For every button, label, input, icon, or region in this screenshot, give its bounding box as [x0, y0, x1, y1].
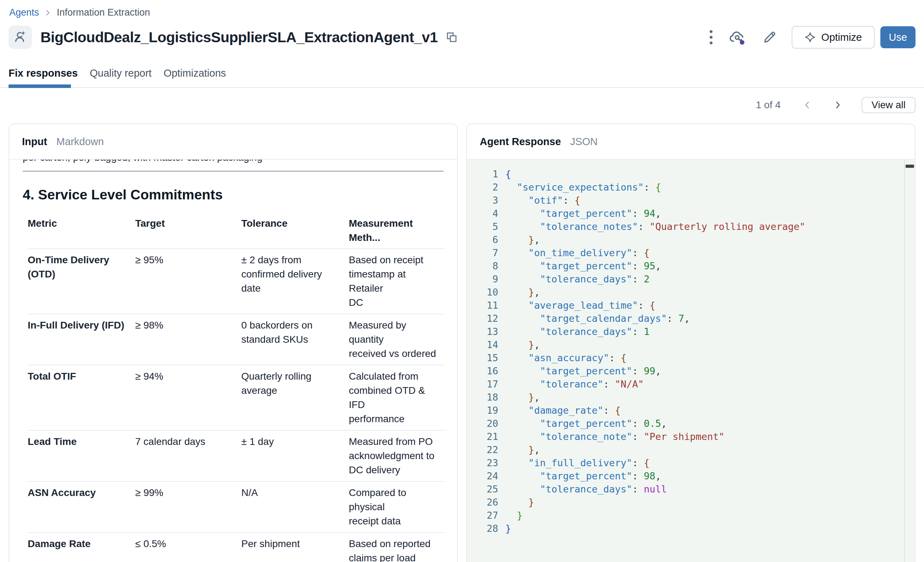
title-row: BigCloudDealz_LogisticsSupplierSLA_Extra… — [9, 25, 458, 49]
code-line: 26 } — [467, 496, 915, 509]
token-b1: { — [505, 169, 511, 180]
target-cell: ≤ 0.5% — [135, 537, 241, 562]
tab-quality-report[interactable]: Quality report — [90, 67, 152, 79]
code-text: "service_expectations": { — [505, 181, 661, 194]
line-number: 22 — [467, 443, 498, 456]
code-line: 18 }, — [467, 391, 915, 404]
token-str: "Per shipment" — [638, 431, 724, 442]
code-line: 4 "target_percent": 94, — [467, 207, 915, 220]
line-number: 25 — [467, 483, 498, 496]
token-num: 99 — [638, 366, 656, 376]
line-number: 21 — [467, 430, 498, 443]
token-punc: : — [632, 274, 638, 285]
code-text: }, — [505, 338, 540, 351]
method-cell: Measured by quantityreceived vs ordered — [349, 318, 445, 361]
line-number: 15 — [467, 351, 498, 364]
sla-table-header-row: MetricTargetToleranceMeasurement Meth... — [28, 214, 445, 249]
previous-page-button[interactable] — [803, 100, 811, 110]
code-scrollbar-thumb[interactable] — [906, 165, 914, 168]
token-punc: : — [667, 313, 672, 324]
use-button[interactable]: Use — [880, 26, 915, 48]
token-b3: { — [609, 405, 621, 416]
token-punc: , — [534, 287, 540, 298]
use-label: Use — [889, 31, 908, 43]
target-cell: 7 calendar days — [135, 435, 241, 477]
edit-button[interactable] — [762, 30, 777, 44]
input-panel-header: Input Markdown — [9, 124, 457, 160]
sparkle-icon — [804, 31, 816, 43]
token-b3: } — [505, 444, 534, 455]
pagination-bar: 1 of 4 View all — [756, 97, 915, 113]
token-key: "tolerance_days" — [505, 484, 632, 495]
code-line: 12 "target_calendar_days": 7, — [467, 312, 915, 325]
code-line: 24 "target_percent": 98, — [467, 469, 915, 483]
agent-person-sparkle-icon — [13, 30, 27, 44]
line-number: 17 — [467, 378, 498, 391]
token-key: "target_percent" — [505, 366, 632, 376]
input-document[interactable]: per carton, poly-bagged, with master car… — [9, 160, 457, 562]
next-page-button[interactable] — [834, 100, 842, 110]
code-line: 20 "target_percent": 0.5, — [467, 417, 915, 430]
tolerance-cell: N/A — [241, 486, 349, 528]
chevron-right-icon — [834, 100, 842, 110]
token-key: "target_calendar_days" — [505, 313, 667, 324]
code-scrollbar-track[interactable] — [904, 160, 915, 562]
code-text: }, — [505, 286, 540, 299]
tolerance-cell: ± 2 days fromconfirmed deliverydate — [241, 253, 349, 310]
token-punc: : — [638, 300, 644, 311]
breadcrumb-current: Information Extraction — [57, 7, 150, 18]
line-number: 3 — [467, 194, 498, 207]
code-text: "asn_accuracy": { — [505, 351, 626, 364]
metric-cell: Damage Rate — [28, 537, 135, 562]
line-number: 6 — [467, 233, 498, 246]
cloud-key-button[interactable] — [729, 30, 746, 45]
code-line: 25 "tolerance_days": null — [467, 483, 915, 496]
section-4-heading: 4. Service Level Commitments — [23, 187, 444, 203]
code-line: 6 }, — [467, 233, 915, 246]
token-punc: : — [644, 182, 650, 193]
line-number: 28 — [467, 522, 498, 535]
token-punc: : — [632, 247, 638, 258]
input-panel: Input Markdown per carton, poly-bagged, … — [9, 123, 458, 562]
code-text: }, — [505, 233, 540, 246]
metric-cell: In-Full Delivery (IFD) — [28, 318, 135, 361]
code-line: 22 }, — [467, 443, 915, 456]
table-row: Lead Time7 calendar days± 1 dayMeasured … — [28, 431, 445, 482]
json-code-viewer[interactable]: 1{2 "service_expectations": {3 "otif": {… — [467, 160, 915, 562]
line-number: 27 — [467, 509, 498, 522]
copy-icon — [446, 31, 458, 43]
token-b3: } — [505, 392, 534, 403]
chevron-left-icon — [803, 100, 811, 110]
token-punc: : — [632, 366, 638, 376]
agent-response-panel: Agent Response JSON 1{2 "service_expecta… — [466, 123, 915, 562]
copy-title-button[interactable] — [446, 31, 458, 43]
agent-response-panel-header: Agent Response JSON — [467, 124, 915, 160]
breadcrumb-agents-link[interactable]: Agents — [9, 7, 39, 18]
target-cell: ≥ 99% — [135, 486, 241, 528]
code-line: 15 "asn_accuracy": { — [467, 351, 915, 364]
code-line: 27 } — [467, 509, 915, 522]
token-key: "target_percent" — [505, 418, 632, 429]
method-cell: Based on receipttimestamp at RetailerDC — [349, 253, 445, 310]
line-number: 19 — [467, 404, 498, 417]
column-header: Target — [135, 216, 241, 245]
view-all-button[interactable]: View all — [861, 97, 915, 113]
tab-fix-responses[interactable]: Fix responses — [9, 67, 78, 79]
markdown-horizontal-rule — [23, 171, 444, 172]
overflow-menu-button[interactable] — [710, 30, 713, 45]
code-line: 16 "target_percent": 99, — [467, 364, 915, 378]
tab-optimizations[interactable]: Optimizations — [164, 67, 226, 79]
token-b3: } — [505, 339, 534, 350]
target-cell: ≥ 95% — [135, 253, 241, 310]
line-number: 26 — [467, 496, 498, 509]
code-text: "tolerance_note": "Per shipment" — [505, 430, 724, 443]
code-line: 9 "tolerance_days": 2 — [467, 273, 915, 286]
token-b3: } — [505, 234, 534, 245]
optimize-button[interactable]: Optimize — [792, 26, 874, 49]
token-num: 1 — [638, 326, 650, 337]
method-cell: Measured from POacknowledgment toDC deli… — [349, 435, 445, 477]
token-punc: : — [632, 326, 638, 337]
token-b2: } — [505, 510, 523, 521]
table-row: ASN Accuracy≥ 99%N/ACompared to physical… — [28, 482, 445, 533]
code-text: "target_calendar_days": 7, — [505, 312, 690, 325]
